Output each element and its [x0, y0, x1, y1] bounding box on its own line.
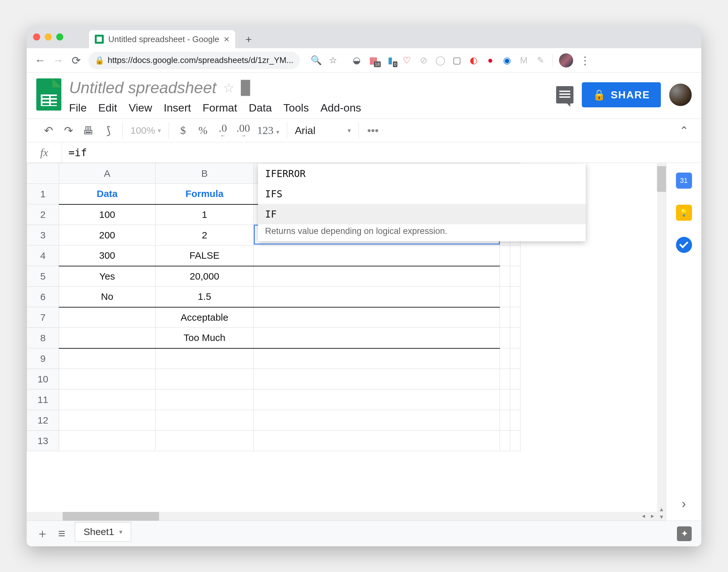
ext-icon-6[interactable]: ◯: [435, 55, 446, 66]
cell-B5[interactable]: 20,000: [155, 266, 254, 287]
cell-A6[interactable]: No: [59, 287, 155, 307]
cell[interactable]: [59, 410, 155, 431]
comments-button[interactable]: [556, 86, 574, 103]
menu-addons[interactable]: Add-ons: [320, 101, 361, 114]
close-window-icon[interactable]: [33, 33, 40, 41]
move-folder-icon[interactable]: ▉: [241, 80, 251, 96]
cell[interactable]: [500, 245, 510, 266]
close-tab-icon[interactable]: ×: [224, 34, 229, 45]
cell[interactable]: [59, 348, 155, 369]
keep-sidebar-icon[interactable]: 💡: [676, 205, 692, 221]
undo-button[interactable]: ↶: [42, 124, 55, 137]
tasks-sidebar-icon[interactable]: [676, 237, 692, 253]
maximize-window-icon[interactable]: [56, 33, 63, 41]
cast-icon[interactable]: ▢: [451, 55, 462, 66]
currency-button[interactable]: $: [177, 124, 190, 137]
cell-C7[interactable]: [254, 307, 500, 328]
row-header[interactable]: 7: [27, 307, 59, 328]
cell[interactable]: [155, 369, 254, 389]
cell-A1[interactable]: Data: [59, 184, 155, 204]
spreadsheet-grid[interactable]: A B 1 Data Formula 2 100 1: [27, 163, 666, 520]
ext-icon-11[interactable]: M: [518, 55, 529, 66]
cell-A3[interactable]: 200: [59, 225, 155, 245]
cell[interactable]: [155, 431, 254, 451]
cell-B7[interactable]: Acceptable: [155, 307, 254, 328]
cell-B3[interactable]: 2: [155, 225, 254, 245]
ext-icon-8[interactable]: ◐: [468, 55, 479, 66]
cell[interactable]: [510, 245, 520, 266]
row-header[interactable]: 1: [27, 184, 59, 204]
cell-B4[interactable]: FALSE: [155, 245, 254, 266]
row-header[interactable]: 8: [27, 328, 59, 348]
cell[interactable]: [59, 389, 155, 410]
forward-button[interactable]: →: [52, 55, 64, 66]
ext-icon-2[interactable]: ▦18: [368, 55, 379, 66]
cell[interactable]: [500, 369, 510, 389]
browser-tab[interactable]: Untitled spreadsheet - Google ×: [89, 30, 235, 48]
ext-icon-12[interactable]: ✎: [535, 55, 546, 66]
autocomplete-item[interactable]: IFERROR: [258, 163, 586, 184]
zoom-icon[interactable]: 🔍: [311, 55, 321, 66]
cell[interactable]: [500, 307, 510, 328]
row-header[interactable]: 10: [27, 369, 59, 389]
all-sheets-button[interactable]: ≡: [58, 527, 65, 541]
ext-icon-4[interactable]: ♡: [401, 55, 412, 66]
document-title[interactable]: Untitled spreadsheet: [69, 78, 217, 97]
browser-profile-avatar[interactable]: [559, 53, 573, 68]
scrollbar-thumb[interactable]: [63, 512, 159, 520]
cell[interactable]: [510, 431, 520, 451]
cell-B8[interactable]: Too Much: [155, 328, 254, 348]
cell-A4[interactable]: 300: [59, 245, 155, 266]
sheet-tab-menu-icon[interactable]: ▾: [119, 528, 123, 536]
cell[interactable]: [254, 348, 500, 369]
ext-icon-3[interactable]: ▮0: [384, 55, 395, 66]
row-header[interactable]: 12: [27, 410, 59, 431]
cell-B6[interactable]: 1.5: [155, 287, 254, 307]
cell[interactable]: [510, 307, 520, 328]
col-header-A[interactable]: A: [59, 163, 155, 184]
cell-C4[interactable]: [254, 245, 500, 266]
cell-A8[interactable]: [59, 328, 155, 348]
cell[interactable]: [500, 266, 510, 287]
decrease-decimal-button[interactable]: .0←: [217, 122, 229, 139]
menu-data[interactable]: Data: [249, 101, 272, 114]
cell[interactable]: [510, 389, 520, 410]
col-header-B[interactable]: B: [155, 163, 254, 184]
row-header[interactable]: 2: [27, 204, 59, 225]
cell-C8[interactable]: [254, 328, 500, 348]
new-tab-button[interactable]: +: [241, 31, 257, 47]
cell[interactable]: [155, 389, 254, 410]
pinterest-ext-icon[interactable]: ●: [485, 55, 496, 66]
cell[interactable]: [510, 348, 520, 369]
star-icon[interactable]: ☆: [327, 55, 338, 66]
cell[interactable]: [500, 328, 510, 348]
pocket-ext-icon[interactable]: ◒: [351, 55, 362, 66]
cell-A2[interactable]: 100: [59, 204, 155, 225]
cell-B1[interactable]: Formula: [155, 184, 254, 204]
more-toolbar-button[interactable]: •••: [367, 124, 379, 137]
row-header[interactable]: 6: [27, 287, 59, 307]
calendar-sidebar-icon[interactable]: 31: [676, 172, 692, 189]
autocomplete-item-selected[interactable]: IF: [258, 204, 586, 224]
menu-insert[interactable]: Insert: [163, 101, 191, 114]
cell[interactable]: [155, 410, 254, 431]
add-sheet-button[interactable]: ＋: [36, 525, 49, 542]
cell[interactable]: [500, 410, 510, 431]
cell[interactable]: [500, 431, 510, 451]
menu-view[interactable]: View: [129, 101, 152, 114]
scroll-down-icon[interactable]: ▾: [657, 513, 666, 520]
cell[interactable]: [500, 348, 510, 369]
collapse-toolbar-icon[interactable]: ⌃: [679, 124, 688, 137]
font-dropdown[interactable]: Arial▾: [295, 125, 351, 137]
cell[interactable]: [500, 287, 510, 307]
cell-A7[interactable]: [59, 307, 155, 328]
sheet-tab[interactable]: Sheet1 ▾: [75, 522, 131, 542]
row-header[interactable]: 5: [27, 266, 59, 287]
vertical-scrollbar[interactable]: ▴ ▾: [657, 163, 666, 520]
ext-icon-5[interactable]: ⊘: [418, 55, 429, 66]
scroll-left-icon[interactable]: ◂: [639, 512, 648, 520]
cell[interactable]: [254, 431, 500, 451]
row-header[interactable]: 3: [27, 225, 59, 245]
redo-button[interactable]: ↷: [62, 124, 75, 137]
cell[interactable]: [510, 287, 520, 307]
